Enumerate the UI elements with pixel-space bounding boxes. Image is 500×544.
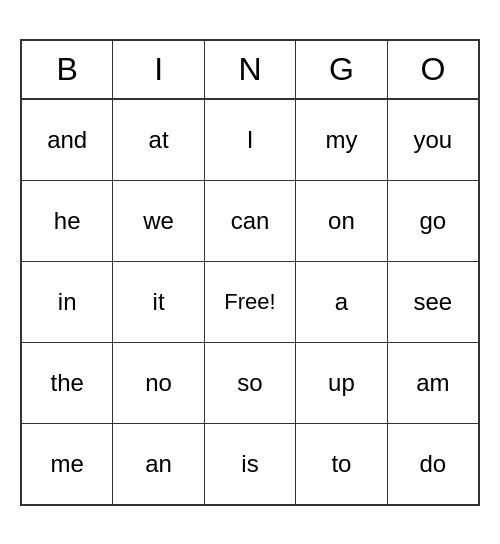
bingo-row: meanistodo	[22, 424, 478, 504]
bingo-cell: in	[22, 262, 113, 342]
bingo-cell: do	[388, 424, 478, 504]
bingo-row: andatImyyou	[22, 100, 478, 181]
bingo-cell: Free!	[205, 262, 296, 342]
bingo-cell: can	[205, 181, 296, 261]
bingo-cell: so	[205, 343, 296, 423]
header-letter: B	[22, 41, 113, 98]
bingo-row: hewecanongo	[22, 181, 478, 262]
header-letter: N	[205, 41, 296, 98]
bingo-cell: a	[296, 262, 387, 342]
header-letter: G	[296, 41, 387, 98]
bingo-row: thenosoupam	[22, 343, 478, 424]
bingo-cell: to	[296, 424, 387, 504]
bingo-cell: my	[296, 100, 387, 180]
bingo-cell: and	[22, 100, 113, 180]
bingo-cell: it	[113, 262, 204, 342]
bingo-body: andatImyyouhewecanongoinitFree!aseetheno…	[22, 100, 478, 504]
bingo-row: initFree!asee	[22, 262, 478, 343]
bingo-cell: at	[113, 100, 204, 180]
bingo-cell: up	[296, 343, 387, 423]
bingo-cell: is	[205, 424, 296, 504]
bingo-card: BINGO andatImyyouhewecanongoinitFree!ase…	[20, 39, 480, 506]
bingo-cell: see	[388, 262, 478, 342]
bingo-cell: go	[388, 181, 478, 261]
header-letter: I	[113, 41, 204, 98]
bingo-cell: I	[205, 100, 296, 180]
bingo-cell: he	[22, 181, 113, 261]
bingo-cell: am	[388, 343, 478, 423]
bingo-cell: no	[113, 343, 204, 423]
bingo-cell: on	[296, 181, 387, 261]
bingo-cell: you	[388, 100, 478, 180]
bingo-cell: an	[113, 424, 204, 504]
bingo-cell: we	[113, 181, 204, 261]
bingo-header: BINGO	[22, 41, 478, 100]
bingo-cell: the	[22, 343, 113, 423]
bingo-cell: me	[22, 424, 113, 504]
header-letter: O	[388, 41, 478, 98]
